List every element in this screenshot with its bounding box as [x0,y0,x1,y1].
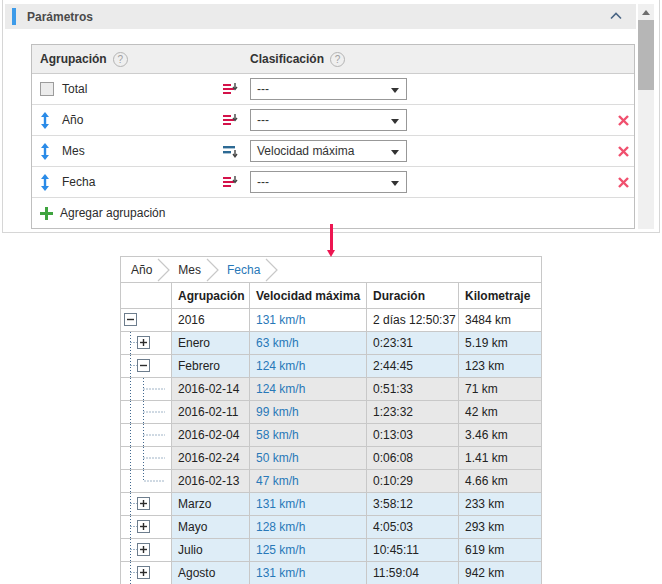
distance-cell: 619 km [459,539,542,562]
expand-toggle[interactable] [121,493,172,516]
classification-select[interactable]: Velocidad máxima [250,140,407,162]
move-icon[interactable] [40,167,58,197]
group-cell: 2016-02-04 [172,424,250,447]
expand-toggle[interactable] [121,562,172,584]
classification-select[interactable]: --- [250,171,407,193]
scrollbar-thumb[interactable] [638,20,654,90]
speed-link[interactable]: 63 km/h [256,336,299,350]
table-row: 2016-02-04 58 km/h 0:13:03 3.46 km [121,424,542,447]
add-icon[interactable] [40,207,53,220]
classification-select[interactable]: --- [250,109,407,131]
speed-link[interactable]: 131 km/h [256,313,305,327]
group-cell: 2016-02-24 [172,447,250,470]
tree-column-header [121,283,172,309]
results-table: Año Mes Fecha Agrupación Velocidad máxim… [120,256,542,584]
duration-cell: 2 días 12:50:37 [367,309,459,332]
group-cell: 2016-02-11 [172,401,250,424]
group-cell: 2016-02-14 [172,378,250,401]
group-cell: Marzo [172,493,250,516]
tree-branch-icon [121,378,172,401]
duration-cell: 1:23:32 [367,401,459,424]
duration-cell: 0:13:03 [367,424,459,447]
distance-cell: 3484 km [459,309,542,332]
table-row: 2016-02-11 99 km/h 1:23:32 42 km [121,401,542,424]
flow-arrow-icon [327,224,336,257]
breadcrumb-chevron-icon [264,258,280,282]
move-icon[interactable] [40,105,58,135]
group-cell: Enero [172,332,250,355]
table-row: 2016 131 km/h 2 días 12:50:37 3484 km [121,309,542,332]
clasificacion-column-title: Clasificación [250,52,324,66]
remove-row-icon[interactable] [617,176,630,189]
sort-active-icon[interactable] [222,136,238,166]
speed-link[interactable]: 47 km/h [256,474,299,488]
help-icon[interactable]: ? [113,52,128,67]
breadcrumb: Año Mes Fecha [121,257,542,283]
column-header-velocidad: Velocidad máxima [250,283,367,309]
agrupacion-column-title: Agrupación [40,52,107,66]
duration-cell: 0:10:29 [367,470,459,493]
parameters-section: Parámetros Agrupación ? Clasificación ? … [2,0,660,233]
parameters-header: Parámetros [5,4,636,29]
duration-cell: 0:51:33 [367,378,459,401]
duration-cell: 4:05:03 [367,516,459,539]
total-checkbox[interactable] [40,82,54,96]
speed-link[interactable]: 131 km/h [256,566,305,580]
speed-link[interactable]: 125 km/h [256,543,305,557]
duration-cell: 11:59:04 [367,562,459,584]
speed-link[interactable]: 50 km/h [256,451,299,465]
remove-row-icon[interactable] [617,114,630,127]
group-cell: Agosto [172,562,250,584]
move-icon[interactable] [40,136,58,166]
breadcrumb-item-mes[interactable]: Mes [172,263,205,277]
collapse-toggle[interactable] [121,355,172,378]
speed-link[interactable]: 124 km/h [256,359,305,373]
expand-toggle[interactable] [121,516,172,539]
add-grouping-label[interactable]: Agregar agrupación [60,198,165,228]
collapse-chevron-icon[interactable] [610,12,622,20]
breadcrumb-chevron-icon [205,258,221,282]
expand-toggle[interactable] [121,332,172,355]
table-row: Febrero 124 km/h 2:44:45 123 km [121,355,542,378]
table-row: 2016-02-24 50 km/h 0:06:08 1.41 km [121,447,542,470]
speed-link[interactable]: 128 km/h [256,520,305,534]
table-row: 2016-02-13 47 km/h 0:10:29 4.66 km [121,470,542,493]
vertical-scrollbar[interactable] [638,4,654,229]
tree-branch-icon [121,447,172,470]
tree-branch-icon [121,401,172,424]
speed-link[interactable]: 131 km/h [256,497,305,511]
distance-cell: 293 km [459,516,542,539]
duration-cell: 2:44:45 [367,355,459,378]
group-cell: 2016 [172,309,250,332]
select-arrow-icon [391,119,399,124]
remove-row-icon[interactable] [617,145,630,158]
sort-order-icon[interactable] [222,74,238,104]
tree-branch-icon [121,470,172,493]
grouping-row-total: Total --- [32,74,634,105]
sort-order-icon[interactable] [222,167,238,197]
column-header-agrupacion: Agrupación [172,283,250,309]
table-row: Mayo 128 km/h 4:05:03 293 km [121,516,542,539]
sort-order-icon[interactable] [222,105,238,135]
breadcrumb-item-fecha[interactable]: Fecha [221,263,264,277]
breadcrumb-item-ano[interactable]: Año [125,263,156,277]
group-cell: Mayo [172,516,250,539]
table-row: Enero 63 km/h 0:23:31 5.19 km [121,332,542,355]
distance-cell: 1.41 km [459,447,542,470]
speed-link[interactable]: 124 km/h [256,382,305,396]
collapse-toggle[interactable] [121,309,172,332]
duration-cell: 3:58:12 [367,493,459,516]
classification-select[interactable]: --- [250,78,407,100]
table-row: Marzo 131 km/h 3:58:12 233 km [121,493,542,516]
speed-link[interactable]: 58 km/h [256,428,299,442]
speed-link[interactable]: 99 km/h [256,405,299,419]
help-icon[interactable]: ? [330,52,345,67]
grouping-row-label: Año [62,105,83,135]
grouping-panel: Agrupación ? Clasificación ? Total [31,44,635,229]
duration-cell: 0:06:08 [367,447,459,470]
table-row: Julio 125 km/h 10:45:11 619 km [121,539,542,562]
expand-toggle[interactable] [121,539,172,562]
tree-branch-icon [121,424,172,447]
scrollbar-up-arrow-icon[interactable] [642,10,650,15]
distance-cell: 42 km [459,401,542,424]
